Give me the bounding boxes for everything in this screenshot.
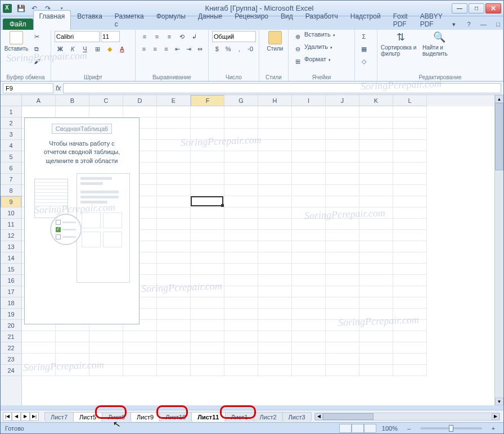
cell[interactable] bbox=[359, 320, 393, 331]
font-name-select[interactable] bbox=[55, 31, 100, 42]
cell[interactable] bbox=[157, 297, 191, 309]
cell[interactable] bbox=[393, 342, 427, 354]
cell[interactable] bbox=[224, 106, 258, 117]
cell[interactable] bbox=[191, 162, 224, 174]
cell[interactable] bbox=[359, 309, 393, 320]
cell[interactable] bbox=[326, 106, 359, 117]
format-cells-button[interactable]: ⊞Формат bbox=[292, 56, 351, 67]
close-button[interactable]: ✕ bbox=[485, 3, 501, 13]
format-painter-button[interactable]: 🖌 bbox=[31, 56, 42, 67]
cell[interactable] bbox=[157, 106, 191, 117]
cell[interactable] bbox=[292, 354, 326, 365]
cell[interactable] bbox=[326, 354, 359, 365]
view-normal-button[interactable] bbox=[339, 424, 352, 433]
cell[interactable] bbox=[292, 207, 326, 219]
cell[interactable] bbox=[191, 354, 224, 365]
comma-button[interactable]: , bbox=[235, 43, 245, 55]
cell[interactable] bbox=[292, 185, 326, 196]
cell[interactable] bbox=[258, 219, 292, 230]
cell[interactable] bbox=[292, 320, 326, 331]
wrap-text-button[interactable]: ↲ bbox=[188, 31, 200, 42]
cell[interactable] bbox=[157, 219, 191, 230]
row-header[interactable]: 13 bbox=[1, 241, 21, 252]
view-pagebreak-button[interactable] bbox=[364, 424, 376, 433]
cell[interactable] bbox=[258, 117, 292, 129]
fill-color-button[interactable]: ◆ bbox=[104, 43, 115, 55]
cell[interactable] bbox=[326, 320, 359, 331]
merge-button[interactable]: ⇔ bbox=[195, 43, 205, 55]
cell[interactable] bbox=[292, 286, 326, 297]
cell[interactable] bbox=[224, 230, 258, 241]
cell[interactable] bbox=[224, 342, 258, 354]
row-header[interactable]: 4 bbox=[1, 140, 21, 151]
ribbon-tab[interactable]: Главная bbox=[33, 10, 71, 30]
row-header[interactable]: 22 bbox=[1, 342, 21, 354]
cell[interactable] bbox=[89, 354, 123, 365]
cell[interactable] bbox=[258, 264, 292, 275]
cell[interactable] bbox=[157, 365, 191, 376]
cell[interactable] bbox=[157, 162, 191, 174]
mdi-restore-button[interactable]: □ bbox=[492, 19, 503, 30]
cell[interactable] bbox=[258, 354, 292, 365]
font-color-button[interactable]: A bbox=[116, 43, 128, 55]
cell[interactable] bbox=[258, 129, 292, 140]
cell[interactable] bbox=[224, 151, 258, 162]
active-cell[interactable] bbox=[191, 196, 223, 206]
cell[interactable] bbox=[191, 275, 224, 286]
row-header[interactable]: 1 bbox=[1, 106, 21, 117]
cell[interactable] bbox=[393, 309, 427, 320]
column-header[interactable]: F bbox=[191, 95, 224, 106]
cell[interactable] bbox=[359, 331, 393, 342]
align-top-button[interactable]: ≡ bbox=[139, 31, 150, 42]
zoom-slider[interactable] bbox=[420, 427, 482, 430]
cell[interactable] bbox=[359, 365, 393, 376]
cell[interactable] bbox=[359, 117, 393, 129]
cell[interactable] bbox=[359, 174, 393, 185]
insert-cells-button[interactable]: ⊕Вставить bbox=[292, 31, 351, 42]
cell[interactable] bbox=[326, 117, 359, 129]
cell[interactable] bbox=[359, 219, 393, 230]
cell[interactable] bbox=[191, 106, 224, 117]
cell[interactable] bbox=[224, 196, 258, 207]
cell[interactable] bbox=[258, 151, 292, 162]
row-header[interactable]: 8 bbox=[1, 185, 21, 196]
cell[interactable] bbox=[326, 241, 359, 252]
sheet-tab[interactable]: Лист1 bbox=[225, 412, 254, 422]
cell[interactable] bbox=[258, 342, 292, 354]
cell[interactable] bbox=[292, 106, 326, 117]
cell[interactable] bbox=[224, 117, 258, 129]
cell[interactable] bbox=[191, 129, 224, 140]
ribbon-tab[interactable]: Вид bbox=[274, 10, 299, 30]
cell[interactable] bbox=[292, 264, 326, 275]
cell[interactable] bbox=[22, 331, 56, 342]
cell[interactable] bbox=[56, 354, 89, 365]
row-header[interactable]: 14 bbox=[1, 252, 21, 264]
ribbon-tab[interactable]: ABBYY PDF bbox=[414, 10, 449, 30]
cell[interactable] bbox=[393, 286, 427, 297]
file-tab[interactable]: Файл bbox=[3, 19, 33, 30]
cell[interactable] bbox=[157, 264, 191, 275]
cell[interactable] bbox=[393, 140, 427, 151]
cell[interactable] bbox=[157, 185, 191, 196]
formula-input[interactable] bbox=[63, 83, 501, 93]
delete-cells-button[interactable]: ⊖Удалить bbox=[292, 43, 351, 55]
cell[interactable] bbox=[292, 174, 326, 185]
row-header[interactable]: 20 bbox=[1, 320, 21, 331]
maximize-button[interactable]: □ bbox=[469, 3, 484, 13]
row-header[interactable]: 7 bbox=[1, 174, 21, 185]
cell[interactable] bbox=[191, 230, 224, 241]
cell[interactable] bbox=[157, 331, 191, 342]
cell[interactable] bbox=[157, 207, 191, 219]
cell[interactable] bbox=[359, 207, 393, 219]
name-box[interactable]: F9 bbox=[3, 83, 53, 93]
cell[interactable] bbox=[56, 331, 89, 342]
cell[interactable] bbox=[393, 354, 427, 365]
percent-button[interactable]: % bbox=[223, 43, 233, 55]
cell[interactable] bbox=[359, 185, 393, 196]
cell[interactable] bbox=[89, 342, 123, 354]
sheet-tab[interactable]: Лист10 bbox=[159, 412, 192, 422]
cell[interactable] bbox=[359, 252, 393, 264]
cell[interactable] bbox=[157, 196, 191, 207]
cell[interactable] bbox=[326, 331, 359, 342]
cell[interactable] bbox=[89, 331, 123, 342]
